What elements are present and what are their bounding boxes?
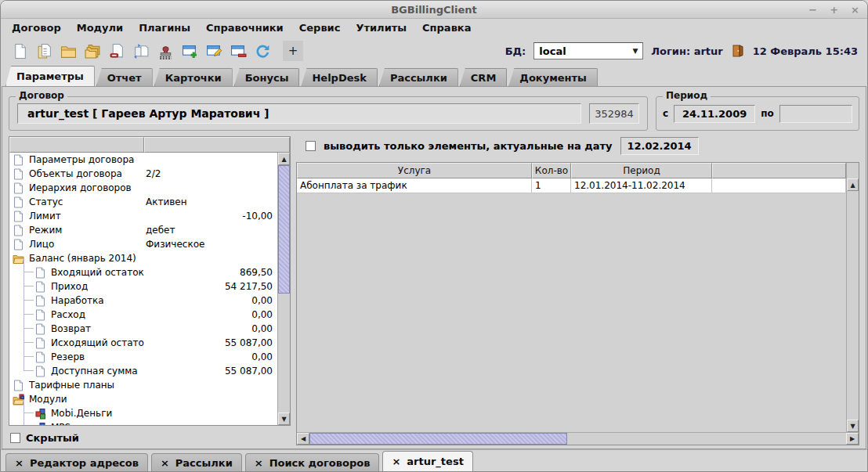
tree-row[interactable]: Иерархия договоров — [9, 181, 277, 195]
tab-рассылки[interactable]: Рассылки — [379, 68, 458, 86]
scroll-down-icon[interactable]: ▼ — [847, 420, 859, 432]
tree-row[interactable]: Исходящий остаток55 087,00 — [9, 336, 277, 350]
tree-row[interactable]: Резерв0,00 — [9, 350, 277, 364]
tree-row[interactable]: Баланс (январь 2014) — [9, 251, 277, 265]
contract-id-field[interactable]: 352984 — [589, 103, 639, 124]
close-icon[interactable]: × — [255, 457, 263, 469]
tree-vertical-scrollbar[interactable]: ▲ ▼ — [277, 153, 290, 425]
copy-document-icon[interactable] — [34, 41, 53, 60]
tree-item-label-group: Наработка — [34, 294, 144, 308]
window-title: BGBillingClient — [1, 4, 867, 16]
app-window: BGBillingClient − + × ДоговорМодулиПлаги… — [0, 0, 868, 472]
actual-date-field[interactable]: 12.02.2014 — [620, 137, 699, 155]
menu-item-модули[interactable]: Модули — [69, 20, 131, 35]
close-icon[interactable]: × — [392, 456, 400, 467]
tree-row[interactable]: MPS — [9, 420, 277, 425]
add-plugin-button[interactable]: + — [283, 41, 303, 61]
menu-item-справка[interactable]: Справка — [414, 20, 479, 35]
tab-документы[interactable]: Документы — [508, 68, 598, 86]
contract-tab-рассылки[interactable]: ×Рассылки — [151, 453, 242, 471]
tab-бонусы[interactable]: Бонусы — [234, 68, 300, 86]
tree-row[interactable]: Расход0,00 — [9, 308, 277, 322]
column-header-Услуга[interactable]: Услуга — [297, 163, 532, 178]
menu-bar: ДоговорМодулиПлагиныСправочникиСервисУти… — [1, 19, 867, 36]
period-group-title: Период — [663, 90, 711, 101]
tree-row[interactable]: Входящий остаток869,50 — [9, 265, 277, 279]
period-to-field[interactable] — [779, 105, 852, 123]
table-row[interactable]: Абонплата за трафик112.01.2014-11.02.201… — [297, 178, 846, 193]
tab-crm[interactable]: CRM — [460, 68, 508, 86]
tree-row[interactable]: ЛицоФизическое — [9, 237, 277, 251]
table-vertical-scrollbar[interactable]: ▲ ▼ — [846, 163, 859, 432]
tree-item-label: Резерв — [51, 351, 85, 362]
scroll-down-icon[interactable]: ▼ — [278, 413, 290, 425]
tab-helpdesk[interactable]: HelpDesk — [301, 68, 377, 86]
contract-tab-artur_test[interactable]: ×artur_test — [382, 451, 472, 471]
scroll-left-icon[interactable]: ◀ — [297, 433, 309, 445]
close-icon[interactable]: × — [161, 457, 169, 469]
column-header-Кол-во[interactable]: Кол-во — [532, 163, 571, 178]
tree-connector-line — [24, 343, 34, 357]
menu-item-утилиты[interactable]: Утилиты — [348, 20, 414, 35]
exit-door-icon[interactable] — [731, 44, 745, 58]
column-header-Период[interactable]: Период — [571, 163, 712, 178]
actual-on-date-checkbox[interactable] — [306, 141, 316, 151]
module-icon — [34, 408, 46, 420]
tree-scroll-thumb[interactable] — [278, 165, 290, 294]
scroll-up-icon[interactable]: ▲ — [278, 153, 290, 165]
close-button[interactable]: × — [851, 5, 859, 15]
tree-header-name-column[interactable] — [9, 137, 144, 153]
menu-item-плагины[interactable]: Плагины — [131, 20, 198, 35]
folders-icon[interactable] — [83, 41, 102, 60]
contract-name-field[interactable]: artur_test [ Гареев Артур Маратович ] — [17, 103, 581, 124]
menu-item-сервис[interactable]: Сервис — [291, 20, 349, 35]
hidden-checkbox[interactable] — [10, 433, 20, 443]
table-scroll-thumb[interactable] — [309, 433, 567, 445]
menu-item-договор[interactable]: Договор — [4, 20, 69, 35]
title-bar[interactable]: BGBillingClient − + × — [1, 1, 867, 19]
paste-document-icon[interactable] — [132, 41, 150, 60]
refresh-icon[interactable] — [253, 41, 272, 60]
db-select[interactable]: local ▼ — [533, 42, 643, 59]
open-folder-icon[interactable] — [59, 41, 78, 60]
tree-row[interactable]: Mobi.Деньги — [9, 406, 277, 420]
tree-item-label-group: Иерархия договоров — [13, 181, 144, 195]
scroll-right-icon[interactable]: ▶ — [846, 433, 859, 445]
tree-row[interactable]: Доступная сумма55 087,00 — [9, 364, 277, 378]
tree-row[interactable]: Возврат0,00 — [9, 322, 277, 336]
period-from-field[interactable]: 24.11.2009 — [674, 105, 755, 123]
contract-tab-label: Редактор адресов — [30, 457, 139, 469]
scroll-up-icon[interactable]: ▲ — [847, 178, 859, 191]
tree-item-value: 869,50 — [146, 265, 273, 279]
column-header-extra[interactable] — [712, 163, 846, 178]
tab-карточки[interactable]: Карточки — [154, 68, 233, 86]
close-icon[interactable]: × — [15, 457, 24, 469]
tree-row[interactable]: Модули — [9, 392, 277, 406]
edit-window-icon[interactable] — [204, 41, 223, 60]
tree-row[interactable]: Лимит-10,00 — [9, 209, 277, 223]
table-horizontal-scrollbar[interactable]: ◀ ▶ — [297, 432, 859, 445]
delete-document-icon[interactable] — [107, 41, 126, 60]
tree-row[interactable]: СтатусАктивен — [9, 195, 277, 209]
tree-row[interactable]: Параметры договора — [9, 153, 277, 167]
tree-row[interactable]: Объекты договора2/2 — [9, 167, 277, 181]
tree-item-label-group: Возврат — [34, 322, 144, 336]
remove-window-icon[interactable] — [229, 41, 248, 60]
tab-параметры[interactable]: Параметры — [5, 66, 95, 86]
tree-row[interactable]: Тарифные планы — [9, 378, 277, 392]
maximize-button[interactable]: + — [830, 5, 838, 15]
add-window-icon[interactable] — [180, 41, 199, 60]
tab-отчет[interactable]: Отчет — [96, 68, 153, 86]
menu-item-справочники[interactable]: Справочники — [198, 20, 291, 35]
tree-item-label: Приход — [51, 281, 88, 292]
new-document-icon[interactable] — [10, 41, 29, 60]
contract-tab-поиск-договоров[interactable]: ×Поиск договоров — [245, 453, 380, 471]
contract-tab-редактор-адресов[interactable]: ×Редактор адресов — [5, 453, 148, 471]
stamp-icon[interactable] — [156, 41, 175, 60]
tree-row[interactable]: Наработка0,00 — [9, 294, 277, 308]
tree-item-label-group: Параметры договора — [13, 153, 144, 167]
minimize-button[interactable]: − — [808, 5, 817, 15]
tree-row[interactable]: Приход54 217,50 — [9, 279, 277, 294]
tree-row[interactable]: Режимдебет — [9, 223, 277, 237]
tree-header-value-column[interactable] — [144, 137, 290, 153]
